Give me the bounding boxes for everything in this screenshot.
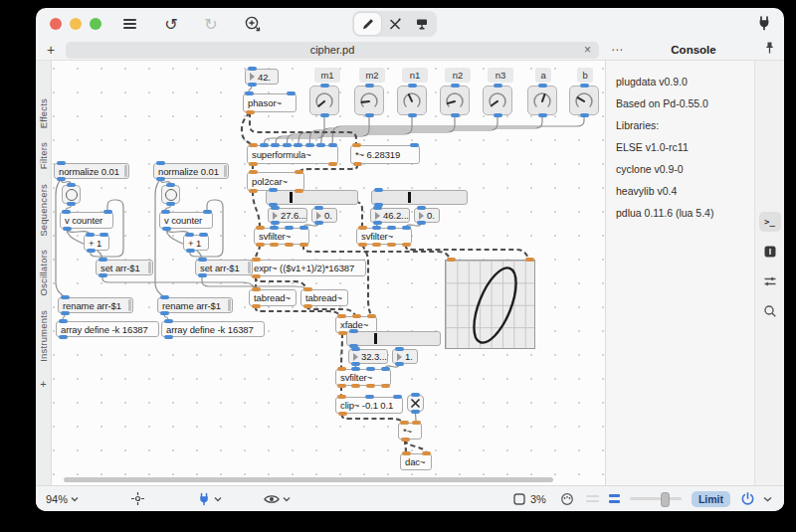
inlet-control[interactable] <box>248 67 257 71</box>
inlet-signal[interactable] <box>367 314 376 318</box>
outlet-signal[interactable] <box>249 162 258 166</box>
inlet-control[interactable] <box>287 91 296 95</box>
inlet-control[interactable] <box>160 295 169 299</box>
inlet-control[interactable] <box>411 393 420 397</box>
outlet-control[interactable] <box>538 113 547 117</box>
outlet-control[interactable] <box>59 335 68 339</box>
inlet-control[interactable] <box>373 206 382 210</box>
outlet-signal[interactable] <box>252 274 261 278</box>
inlet-control[interactable] <box>103 210 112 214</box>
inlet-control[interactable] <box>198 258 207 262</box>
inlet-signal[interactable] <box>303 287 312 291</box>
redo-icon[interactable]: ↻ <box>197 12 225 36</box>
outlet-control[interactable] <box>580 113 589 117</box>
outlet-signal[interactable] <box>303 304 312 308</box>
expr[interactable]: expr~ (($v1+1)/2)*16387 <box>249 260 366 276</box>
parameters-icon[interactable] <box>759 271 781 291</box>
slider-a[interactable] <box>266 190 358 205</box>
array-1[interactable]: array define -k 16387 <box>56 321 159 337</box>
inlet-control[interactable] <box>395 347 404 351</box>
outlet-control[interactable] <box>186 249 195 253</box>
outlet-signal[interactable] <box>338 412 347 416</box>
sidebar-item-effects[interactable]: Effects <box>38 98 49 128</box>
zoom-control[interactable]: 94% <box>46 493 79 505</box>
outlet-signal[interactable] <box>256 243 265 247</box>
outlet-signal[interactable] <box>387 243 396 247</box>
inlet-control[interactable] <box>86 233 95 237</box>
outlet-signal[interactable] <box>252 304 261 308</box>
outlet-control[interactable] <box>87 249 96 253</box>
inlet-control[interactable] <box>417 206 426 210</box>
inlet-signal[interactable] <box>400 421 409 425</box>
array-2[interactable]: array define -k 16387 <box>161 321 265 337</box>
inlet-signal[interactable] <box>352 314 361 318</box>
dsp-power-icon[interactable] <box>740 491 755 506</box>
inlet-control[interactable] <box>62 210 71 214</box>
slider-b[interactable] <box>371 190 468 205</box>
outlet-control[interactable] <box>63 227 72 231</box>
inlet-signal[interactable] <box>249 170 258 174</box>
sidebar-item-sequencers[interactable]: Sequencers <box>38 184 49 237</box>
outlet-signal[interactable] <box>295 189 303 193</box>
outlet-control[interactable] <box>67 202 76 206</box>
inlet-control[interactable] <box>164 319 173 323</box>
statusbar-chevron-icon[interactable] <box>763 496 772 502</box>
knob-n3[interactable] <box>483 86 512 115</box>
inlet-control[interactable] <box>245 91 254 95</box>
outlet-control[interactable] <box>373 221 382 225</box>
inlet-control[interactable] <box>269 188 278 192</box>
outlet-control[interactable] <box>61 311 70 315</box>
inlet-control[interactable] <box>381 367 390 371</box>
inlet-control[interactable] <box>283 143 292 147</box>
outlet-signal[interactable] <box>351 384 360 388</box>
dac[interactable]: dac~ <box>400 453 432 470</box>
horizontal-scrollbar[interactable] <box>64 477 553 482</box>
knob-b[interactable] <box>569 86 599 115</box>
sidebar-item-instruments[interactable]: Instruments <box>38 310 49 362</box>
outlet-signal[interactable] <box>328 162 337 166</box>
presentation-mode-button[interactable] <box>408 13 435 35</box>
search-icon[interactable] <box>759 301 781 321</box>
inlet-control[interactable] <box>285 226 294 230</box>
inlet-control[interactable] <box>365 84 374 88</box>
inlet-control[interactable] <box>271 206 280 210</box>
outlet-control[interactable] <box>164 335 173 339</box>
volume-slider-handle[interactable] <box>661 492 670 507</box>
inlet-signal[interactable] <box>358 226 367 230</box>
inlet-signal[interactable] <box>337 314 346 318</box>
outlet-control[interactable] <box>417 221 426 225</box>
edit-mode-button[interactable] <box>354 13 381 35</box>
center-canvas-icon[interactable] <box>130 491 145 506</box>
outlet-signal[interactable] <box>366 384 375 388</box>
inlet-control[interactable] <box>402 226 411 230</box>
outlet-control[interactable] <box>365 113 374 117</box>
minimize-window-button[interactable] <box>70 18 82 30</box>
overlays-icon[interactable] <box>264 493 291 505</box>
add-object-icon[interactable] <box>239 12 267 36</box>
outlet-signal[interactable] <box>402 243 411 247</box>
inlet-control[interactable] <box>161 210 170 214</box>
inlet-control[interactable] <box>372 226 381 230</box>
outlet-signal[interactable] <box>285 243 294 247</box>
inlet-control[interactable] <box>351 367 360 371</box>
outlet-control[interactable] <box>160 311 169 315</box>
outlet-control[interactable] <box>411 410 420 414</box>
inlet-signal[interactable] <box>525 258 534 262</box>
inlet-control[interactable] <box>451 84 460 88</box>
knob-a[interactable] <box>527 86 557 115</box>
inlet-control[interactable] <box>328 143 337 147</box>
outlet-signal[interactable] <box>401 438 410 442</box>
outlet-control[interactable] <box>156 177 165 181</box>
outlet-control[interactable] <box>408 113 417 117</box>
outlet-signal[interactable] <box>249 189 258 193</box>
inlet-control[interactable] <box>61 295 70 299</box>
inlet-control[interactable] <box>59 319 68 323</box>
inlet-control[interactable] <box>408 84 417 88</box>
inlet-control[interactable] <box>351 347 360 351</box>
panel-more-icon[interactable]: ⋯ <box>611 43 624 57</box>
tab-cipher-pd[interactable]: cipher.pd × <box>66 42 599 59</box>
inlet-signal[interactable] <box>447 258 456 262</box>
outlet-control[interactable] <box>451 113 460 117</box>
plugdata-logo-icon[interactable] <box>756 15 772 35</box>
outlet-signal[interactable] <box>299 243 308 247</box>
